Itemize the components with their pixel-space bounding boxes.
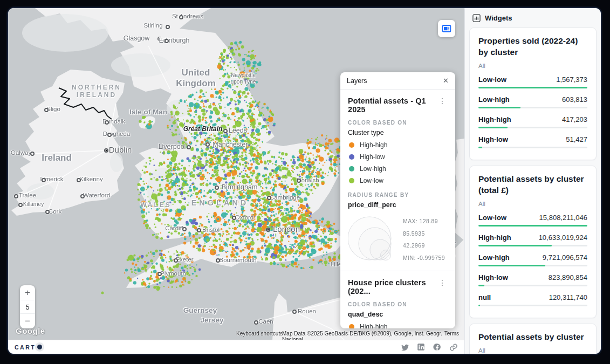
- widget-row[interactable]: Low-low15,808,211,046: [478, 214, 587, 226]
- row-bar-track: [478, 265, 587, 266]
- widget-row[interactable]: Low-high9,721,096,574: [478, 253, 587, 266]
- row-bar-fill: [478, 305, 480, 306]
- legend-item: Low-high: [349, 165, 448, 173]
- legend-color-dot: [349, 142, 354, 148]
- legend-label: High-high: [360, 141, 387, 149]
- color-based-on-label: COLOR BASED ON: [348, 120, 448, 126]
- row-label: High-high: [478, 233, 511, 242]
- widget-filter-label: All: [478, 347, 587, 354]
- carto-logo: CART: [15, 342, 44, 352]
- layers-panel: Layers ✕ Potential assets - Q1 2025⋮COLO…: [340, 72, 455, 328]
- legend-item: High-high: [349, 323, 448, 328]
- zoom-in-button[interactable]: +: [20, 285, 35, 300]
- radius-value: 42.2969: [403, 242, 445, 249]
- row-bar-fill: [478, 127, 508, 128]
- layer-title: Potential assets - Q1 2025: [348, 97, 437, 114]
- widgets-icon: [472, 14, 481, 22]
- legend-label: Low-high: [360, 165, 386, 173]
- layer-section: House price clusters (202...⋮COLOR BASED…: [340, 271, 455, 328]
- legend-item: High-high: [349, 141, 448, 149]
- row-bar-track: [478, 107, 587, 108]
- widgets-list: Properties sold (2022-24) by clusterAllL…: [465, 28, 601, 354]
- map[interactable]: St AndrewsStirlingGlasgowEdinburghUnited…: [8, 8, 464, 340]
- row-label: High-high: [478, 115, 511, 123]
- layer-section: Potential assets - Q1 2025⋮COLOR BASED O…: [340, 90, 455, 271]
- row-value: 15,808,211,046: [539, 214, 587, 222]
- link-icon[interactable]: [449, 343, 458, 352]
- layers-panel-title: Layers: [347, 77, 367, 85]
- row-value: 51,427: [566, 135, 587, 143]
- facebook-icon[interactable]: [433, 343, 441, 351]
- row-label: High-low: [478, 273, 508, 281]
- legend-color-dot: [349, 154, 354, 160]
- row-value: 120,311,740: [549, 293, 587, 301]
- row-label: Low-low: [478, 214, 506, 222]
- widget-title: Potential assets by cluster: [478, 332, 587, 343]
- row-bar-track: [478, 245, 587, 246]
- widget-title: Properties sold (2022-24) by cluster: [478, 36, 587, 58]
- keyboard-shortcuts-link[interactable]: Keyboard shortcuts: [236, 331, 283, 336]
- widget-card: Potential assets by cluster (total £)All…: [469, 166, 597, 318]
- layer-menu-icon[interactable]: ⋮: [437, 97, 448, 105]
- legend-label: High-high: [360, 323, 387, 328]
- legend-color-dot: [349, 166, 354, 171]
- carto-logo-o: [35, 342, 44, 352]
- row-label: null: [478, 293, 491, 301]
- terms-link[interactable]: Terms: [444, 331, 459, 336]
- legend-label: High-low: [360, 153, 385, 161]
- legend-color-dot: [349, 178, 354, 183]
- row-label: Low-high: [478, 95, 510, 104]
- row-value: 603,813: [562, 95, 587, 104]
- radius-circles-icon: [348, 214, 400, 265]
- row-bar-track: [478, 225, 587, 226]
- widget-row[interactable]: High-high10,633,019,924: [478, 233, 587, 246]
- layer-menu-icon[interactable]: ⋮: [437, 278, 448, 287]
- row-bar-track: [478, 305, 587, 306]
- row-bar-fill: [478, 245, 552, 246]
- widget-row[interactable]: Low-high603,813: [478, 95, 587, 108]
- carto-logo-text: CART: [15, 344, 36, 351]
- row-label: Low-low: [478, 75, 506, 84]
- radius-value: MAX: 128.89: [403, 218, 445, 224]
- row-label: High-low: [478, 135, 508, 143]
- close-icon[interactable]: ✕: [443, 77, 449, 85]
- radius-legend: MAX: 128.8985.593542.2969MIN: -0.999759: [348, 214, 448, 265]
- zoom-control: + 5 −: [20, 285, 35, 328]
- legend-color-dot: [349, 324, 354, 328]
- radius-field-name: price_diff_perc: [348, 201, 448, 209]
- zoom-level: 5: [20, 300, 35, 314]
- row-value: 823,890,854: [549, 273, 587, 281]
- main-area: St AndrewsStirlingGlasgowEdinburghUnited…: [8, 8, 464, 354]
- widget-row[interactable]: High-high417,203: [478, 115, 587, 128]
- widget-row[interactable]: High-low823,890,854: [478, 273, 587, 286]
- row-bar-track: [478, 127, 587, 128]
- widget-row[interactable]: High-low51,427: [478, 135, 587, 148]
- color-based-on-field: quad_desc: [348, 311, 448, 318]
- footer-bar: CART: [8, 340, 464, 354]
- legend-label: Low-low: [360, 177, 383, 184]
- app-window: St AndrewsStirlingGlasgowEdinburghUnited…: [8, 8, 601, 354]
- row-bar-fill: [478, 265, 545, 266]
- row-value: 417,203: [562, 115, 587, 123]
- widget-filter-label: All: [478, 63, 587, 69]
- layers-panel-header: Layers ✕: [340, 72, 455, 90]
- layer-title: House price clusters (202...: [348, 278, 437, 296]
- row-bar-fill: [478, 107, 520, 108]
- map-data-attribution: Map Data ©2025 GeoBasis-DE/BKG (©2009), …: [282, 331, 464, 340]
- widgets-header: Widgets: [465, 8, 601, 28]
- zoom-out-button[interactable]: −: [20, 314, 35, 328]
- widget-row[interactable]: Low-low1,567,373: [478, 75, 587, 88]
- color-based-on-label: COLOR BASED ON: [348, 301, 448, 307]
- row-bar-fill: [478, 285, 484, 286]
- widgets-sidebar: Widgets Properties sold (2022-24) by clu…: [464, 8, 601, 354]
- widget-row[interactable]: null120,311,740: [478, 293, 587, 306]
- color-based-on-field: Cluster type: [348, 129, 448, 136]
- linkedin-icon[interactable]: [417, 343, 425, 351]
- radius-value: MIN: -0.999759: [403, 255, 445, 261]
- row-bar-track: [478, 285, 587, 286]
- twitter-icon[interactable]: [401, 343, 409, 351]
- row-value: 9,721,096,574: [543, 253, 587, 262]
- row-label: Low-high: [478, 253, 510, 262]
- map-view-toggle-button[interactable]: [438, 20, 455, 37]
- legend-item: Low-low: [349, 177, 448, 184]
